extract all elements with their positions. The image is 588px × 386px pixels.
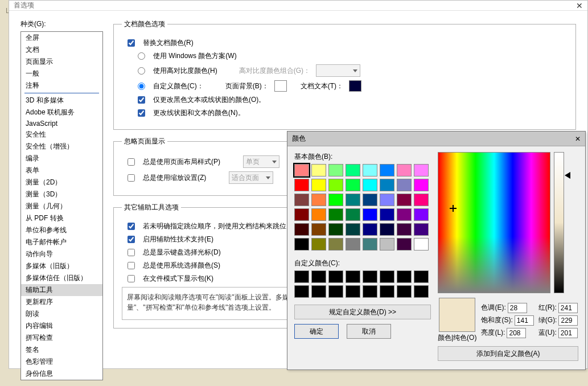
custom-color-cell[interactable] [414, 270, 429, 283]
basic-color-cell[interactable] [328, 208, 343, 221]
basic-color-cell[interactable] [346, 164, 360, 176]
basic-color-cell[interactable] [346, 238, 360, 251]
basic-color-cell[interactable] [294, 179, 309, 191]
category-item[interactable]: 安全性（增强） [21, 141, 102, 153]
show-keyboard-cursor-checkbox[interactable] [128, 249, 135, 256]
show-pkg-checkbox[interactable] [128, 275, 135, 282]
category-item[interactable]: 多媒体信任（旧版） [21, 272, 102, 284]
preferences-close-icon[interactable]: ✕ [576, 1, 583, 10]
change-lines-checkbox[interactable] [138, 109, 145, 117]
doc-text-swatch[interactable] [349, 80, 361, 92]
category-item[interactable]: 测量（2D） [21, 176, 102, 188]
category-item[interactable]: 多媒体（旧版） [21, 260, 102, 272]
custom-color-cell[interactable] [397, 285, 412, 298]
custom-color-cell[interactable] [380, 285, 394, 298]
basic-color-cell[interactable] [294, 208, 309, 221]
custom-color-cell[interactable] [311, 285, 326, 298]
basic-color-cell[interactable] [311, 238, 326, 251]
always-layout-checkbox[interactable] [128, 158, 135, 166]
basic-color-cell[interactable] [311, 179, 326, 191]
custom-color-cell[interactable] [346, 285, 360, 298]
category-item[interactable]: 色彩管理 [21, 356, 102, 368]
category-item[interactable]: Adobe 联机服务 [21, 106, 102, 118]
basic-color-cell[interactable] [363, 179, 377, 191]
hue-input[interactable] [508, 303, 527, 313]
zoom-combo[interactable]: 适合页面 [229, 171, 273, 184]
basic-color-cell[interactable] [328, 179, 343, 191]
cancel-button[interactable]: 取消 [347, 324, 391, 339]
basic-color-cell[interactable] [414, 179, 429, 191]
define-custom-button[interactable]: 规定自定义颜色(D) >> [294, 305, 431, 319]
basic-color-cell[interactable] [294, 238, 309, 251]
custom-color-cell[interactable] [363, 270, 377, 283]
custom-color-cell[interactable] [328, 270, 343, 283]
category-item[interactable]: 拼写检查 [21, 332, 102, 344]
basic-color-cell[interactable] [397, 179, 412, 191]
basic-color-cell[interactable] [294, 194, 309, 206]
basic-color-cell[interactable] [363, 223, 377, 236]
basic-color-cell[interactable] [346, 179, 360, 191]
blue-input[interactable] [558, 328, 578, 338]
use-high-contrast-radio[interactable] [138, 67, 145, 75]
only-black-checkbox[interactable] [138, 96, 145, 104]
category-item[interactable]: 朗读 [21, 308, 102, 320]
category-item[interactable]: 表单 [21, 165, 102, 176]
category-item[interactable]: 注释 [21, 80, 102, 92]
color-dialog-close-icon[interactable]: ✕ [575, 135, 581, 143]
category-item[interactable]: 辅助工具 [21, 284, 102, 296]
custom-color-cell[interactable] [380, 270, 394, 283]
custom-color-cell[interactable] [397, 270, 412, 283]
basic-color-cell[interactable] [363, 164, 377, 176]
enable-assistive-checkbox[interactable] [128, 236, 135, 243]
basic-color-cell[interactable] [311, 208, 326, 221]
basic-color-cell[interactable] [397, 238, 412, 251]
basic-color-cell[interactable] [380, 208, 394, 221]
basic-color-cell[interactable] [414, 208, 429, 221]
custom-color-cell[interactable] [328, 285, 343, 298]
category-item[interactable]: 全屏 [21, 32, 102, 44]
category-item[interactable]: 3D 和多媒体 [21, 95, 102, 106]
always-zoom-checkbox[interactable] [128, 174, 135, 182]
category-item[interactable]: 测量（3D） [21, 188, 102, 200]
basic-color-cell[interactable] [380, 238, 394, 251]
replace-doc-colors-checkbox[interactable] [128, 39, 135, 47]
category-item[interactable]: 测量（几何） [21, 200, 102, 212]
category-item[interactable]: 从 PDF 转换 [21, 212, 102, 224]
luminance-slider[interactable] [554, 152, 564, 293]
basic-color-cell[interactable] [311, 194, 326, 206]
custom-color-cell[interactable] [363, 285, 377, 298]
basic-color-cell[interactable] [380, 164, 394, 176]
basic-color-cell[interactable] [414, 194, 429, 206]
basic-color-cell[interactable] [328, 223, 343, 236]
categories-listbox[interactable]: 全屏文档页面显示一般注释3D 和多媒体Adobe 联机服务JavaScript安… [20, 31, 103, 380]
basic-color-cell[interactable] [294, 223, 309, 236]
category-item[interactable]: 单位和参考线 [21, 224, 102, 236]
basic-color-cell[interactable] [328, 164, 343, 176]
red-input[interactable] [558, 303, 578, 313]
tab-order-checkbox[interactable] [128, 223, 135, 230]
use-windows-colors-radio[interactable] [138, 52, 145, 60]
basic-color-cell[interactable] [311, 223, 326, 236]
basic-color-cell[interactable] [294, 164, 309, 176]
basic-color-cell[interactable] [363, 208, 377, 221]
custom-color-cell[interactable] [311, 270, 326, 283]
category-item[interactable]: 页面显示 [21, 56, 102, 68]
basic-color-cell[interactable] [397, 208, 412, 221]
green-input[interactable] [558, 315, 578, 326]
category-item[interactable]: 更新程序 [21, 296, 102, 308]
basic-color-cell[interactable] [346, 223, 360, 236]
category-item[interactable]: 一般 [21, 68, 102, 80]
basic-color-cell[interactable] [397, 194, 412, 206]
basic-color-cell[interactable] [414, 223, 429, 236]
category-item[interactable]: 身份信息 [21, 368, 102, 380]
basic-color-cell[interactable] [380, 194, 394, 206]
basic-color-cell[interactable] [414, 164, 429, 176]
category-item[interactable]: 动作向导 [21, 248, 102, 260]
add-to-custom-button[interactable]: 添加到自定义颜色(A) [438, 346, 578, 361]
basic-color-cell[interactable] [380, 179, 394, 191]
category-item[interactable]: 安全性 [21, 129, 102, 141]
custom-color-cell[interactable] [346, 270, 360, 283]
page-bg-swatch[interactable] [274, 80, 287, 92]
basic-color-cell[interactable] [328, 238, 343, 251]
custom-color-cell[interactable] [294, 285, 309, 298]
